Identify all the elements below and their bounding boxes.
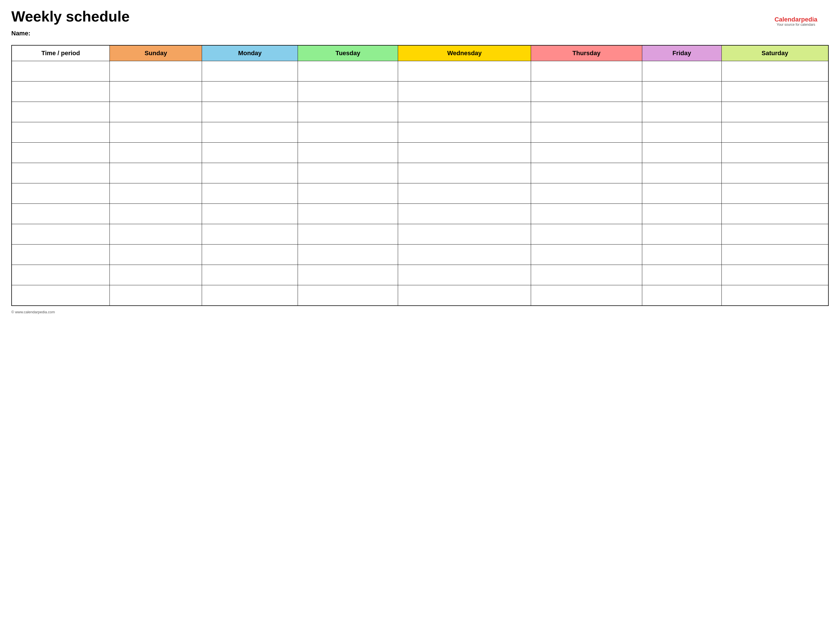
schedule-cell[interactable] (202, 143, 298, 163)
schedule-cell[interactable] (721, 61, 829, 82)
schedule-cell[interactable] (398, 143, 531, 163)
schedule-cell[interactable] (202, 102, 298, 122)
schedule-cell[interactable] (202, 183, 298, 204)
schedule-cell[interactable] (298, 245, 398, 265)
schedule-cell[interactable] (202, 122, 298, 143)
schedule-cell[interactable] (642, 82, 721, 102)
schedule-cell[interactable] (109, 143, 202, 163)
schedule-cell[interactable] (721, 183, 829, 204)
schedule-cell[interactable] (298, 122, 398, 143)
schedule-cell[interactable] (398, 82, 531, 102)
schedule-cell[interactable] (398, 183, 531, 204)
schedule-cell[interactable] (531, 204, 642, 224)
time-period-cell[interactable] (11, 82, 109, 102)
schedule-cell[interactable] (298, 224, 398, 245)
schedule-cell[interactable] (109, 224, 202, 245)
schedule-cell[interactable] (531, 245, 642, 265)
schedule-cell[interactable] (202, 285, 298, 306)
schedule-cell[interactable] (721, 245, 829, 265)
schedule-cell[interactable] (298, 204, 398, 224)
schedule-cell[interactable] (642, 183, 721, 204)
schedule-cell[interactable] (298, 163, 398, 183)
schedule-cell[interactable] (398, 61, 531, 82)
schedule-cell[interactable] (531, 61, 642, 82)
time-period-cell[interactable] (11, 102, 109, 122)
schedule-cell[interactable] (109, 245, 202, 265)
schedule-cell[interactable] (721, 285, 829, 306)
schedule-cell[interactable] (531, 265, 642, 285)
schedule-cell[interactable] (398, 245, 531, 265)
schedule-cell[interactable] (109, 82, 202, 102)
time-period-cell[interactable] (11, 183, 109, 204)
schedule-cell[interactable] (642, 122, 721, 143)
logo-tagline: Your source for calendars (774, 23, 817, 27)
header-wednesday: Wednesday (398, 45, 531, 61)
schedule-cell[interactable] (531, 122, 642, 143)
schedule-cell[interactable] (298, 285, 398, 306)
schedule-cell[interactable] (298, 102, 398, 122)
schedule-cell[interactable] (202, 245, 298, 265)
schedule-cell[interactable] (721, 102, 829, 122)
schedule-cell[interactable] (398, 122, 531, 143)
schedule-cell[interactable] (109, 163, 202, 183)
schedule-cell[interactable] (642, 102, 721, 122)
time-period-cell[interactable] (11, 163, 109, 183)
schedule-cell[interactable] (642, 224, 721, 245)
time-period-cell[interactable] (11, 265, 109, 285)
schedule-cell[interactable] (531, 82, 642, 102)
schedule-cell[interactable] (531, 183, 642, 204)
time-period-cell[interactable] (11, 204, 109, 224)
schedule-cell[interactable] (642, 265, 721, 285)
schedule-cell[interactable] (721, 163, 829, 183)
schedule-cell[interactable] (642, 143, 721, 163)
schedule-cell[interactable] (298, 82, 398, 102)
schedule-cell[interactable] (109, 102, 202, 122)
schedule-cell[interactable] (298, 265, 398, 285)
schedule-cell[interactable] (398, 224, 531, 245)
schedule-cell[interactable] (642, 163, 721, 183)
time-period-cell[interactable] (11, 61, 109, 82)
schedule-cell[interactable] (398, 265, 531, 285)
schedule-cell[interactable] (642, 245, 721, 265)
schedule-cell[interactable] (531, 285, 642, 306)
schedule-cell[interactable] (202, 204, 298, 224)
time-period-cell[interactable] (11, 245, 109, 265)
table-row (11, 265, 829, 285)
schedule-cell[interactable] (398, 204, 531, 224)
schedule-cell[interactable] (721, 82, 829, 102)
schedule-cell[interactable] (398, 102, 531, 122)
schedule-cell[interactable] (642, 204, 721, 224)
schedule-cell[interactable] (202, 163, 298, 183)
schedule-cell[interactable] (202, 265, 298, 285)
time-period-cell[interactable] (11, 122, 109, 143)
schedule-cell[interactable] (109, 61, 202, 82)
schedule-cell[interactable] (202, 82, 298, 102)
schedule-cell[interactable] (298, 143, 398, 163)
schedule-cell[interactable] (109, 285, 202, 306)
schedule-cell[interactable] (298, 183, 398, 204)
schedule-cell[interactable] (398, 285, 531, 306)
schedule-cell[interactable] (109, 183, 202, 204)
schedule-cell[interactable] (531, 224, 642, 245)
schedule-cell[interactable] (531, 163, 642, 183)
schedule-cell[interactable] (109, 204, 202, 224)
table-row (11, 143, 829, 163)
schedule-cell[interactable] (721, 224, 829, 245)
schedule-cell[interactable] (721, 122, 829, 143)
schedule-cell[interactable] (721, 143, 829, 163)
schedule-cell[interactable] (109, 122, 202, 143)
schedule-cell[interactable] (721, 265, 829, 285)
schedule-cell[interactable] (531, 102, 642, 122)
time-period-cell[interactable] (11, 224, 109, 245)
schedule-cell[interactable] (202, 224, 298, 245)
schedule-cell[interactable] (721, 204, 829, 224)
schedule-cell[interactable] (202, 61, 298, 82)
schedule-cell[interactable] (109, 265, 202, 285)
time-period-cell[interactable] (11, 143, 109, 163)
schedule-cell[interactable] (642, 285, 721, 306)
schedule-cell[interactable] (398, 163, 531, 183)
schedule-cell[interactable] (642, 61, 721, 82)
schedule-cell[interactable] (298, 61, 398, 82)
schedule-cell[interactable] (531, 143, 642, 163)
time-period-cell[interactable] (11, 285, 109, 306)
